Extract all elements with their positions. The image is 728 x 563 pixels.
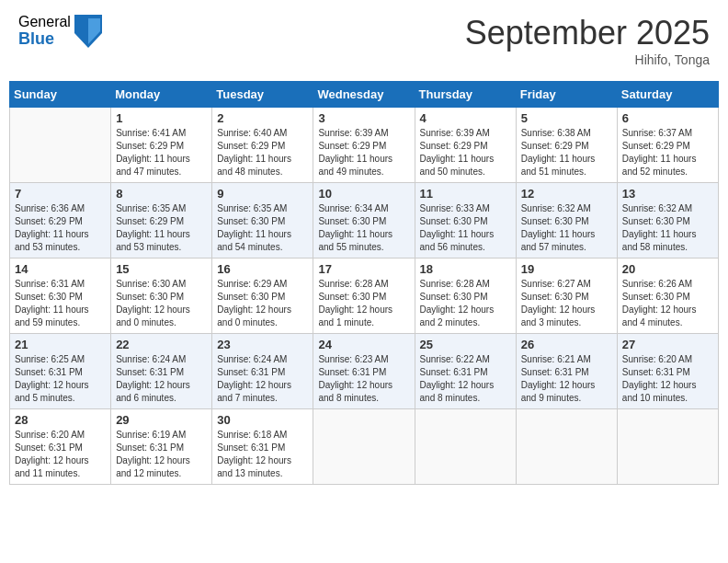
- day-info: Sunrise: 6:28 AM Sunset: 6:30 PM Dayligh…: [318, 278, 409, 329]
- calendar-cell: 18Sunrise: 6:28 AM Sunset: 6:30 PM Dayli…: [415, 259, 516, 334]
- day-info: Sunrise: 6:35 AM Sunset: 6:29 PM Dayligh…: [116, 202, 207, 254]
- day-number: 8: [116, 187, 207, 201]
- day-info: Sunrise: 6:20 AM Sunset: 6:31 PM Dayligh…: [15, 429, 106, 480]
- day-number: 11: [420, 187, 511, 201]
- logo-icon: [74, 15, 102, 48]
- calendar-cell: 9Sunrise: 6:35 AM Sunset: 6:30 PM Daylig…: [212, 183, 313, 259]
- calendar-cell: 25Sunrise: 6:22 AM Sunset: 6:31 PM Dayli…: [415, 334, 516, 409]
- day-info: Sunrise: 6:20 AM Sunset: 6:31 PM Dayligh…: [622, 353, 713, 405]
- calendar-cell: 24Sunrise: 6:23 AM Sunset: 6:31 PM Dayli…: [313, 334, 415, 409]
- calendar-table: SundayMondayTuesdayWednesdayThursdayFrid…: [9, 81, 719, 485]
- day-number: 9: [217, 187, 308, 201]
- calendar-cell: 22Sunrise: 6:24 AM Sunset: 6:31 PM Dayli…: [111, 334, 212, 409]
- day-number: 18: [420, 262, 511, 276]
- calendar-cell: 7Sunrise: 6:36 AM Sunset: 6:29 PM Daylig…: [10, 183, 111, 259]
- header-friday: Friday: [516, 82, 617, 108]
- calendar-cell: 13Sunrise: 6:32 AM Sunset: 6:30 PM Dayli…: [617, 183, 718, 259]
- day-info: Sunrise: 6:22 AM Sunset: 6:31 PM Dayligh…: [420, 353, 511, 405]
- day-info: Sunrise: 6:36 AM Sunset: 6:29 PM Dayligh…: [15, 202, 106, 254]
- calendar-cell: 12Sunrise: 6:32 AM Sunset: 6:30 PM Dayli…: [516, 183, 617, 259]
- day-info: Sunrise: 6:23 AM Sunset: 6:31 PM Dayligh…: [318, 353, 409, 405]
- day-number: 24: [318, 338, 409, 351]
- header-monday: Monday: [111, 82, 212, 108]
- day-number: 28: [15, 413, 106, 427]
- day-number: 19: [521, 262, 612, 276]
- day-info: Sunrise: 6:34 AM Sunset: 6:30 PM Dayligh…: [318, 202, 409, 254]
- day-number: 17: [318, 262, 409, 276]
- day-info: Sunrise: 6:39 AM Sunset: 6:29 PM Dayligh…: [318, 127, 409, 178]
- day-number: 30: [217, 413, 308, 427]
- day-info: Sunrise: 6:33 AM Sunset: 6:30 PM Dayligh…: [420, 202, 511, 254]
- logo: General Blue: [18, 14, 102, 48]
- calendar-cell: 14Sunrise: 6:31 AM Sunset: 6:30 PM Dayli…: [10, 259, 111, 334]
- calendar-cell: 23Sunrise: 6:24 AM Sunset: 6:31 PM Dayli…: [212, 334, 313, 409]
- header-sunday: Sunday: [10, 82, 111, 108]
- day-info: Sunrise: 6:39 AM Sunset: 6:29 PM Dayligh…: [420, 127, 511, 178]
- calendar-cell: 27Sunrise: 6:20 AM Sunset: 6:31 PM Dayli…: [617, 334, 718, 409]
- day-info: Sunrise: 6:38 AM Sunset: 6:29 PM Dayligh…: [521, 127, 612, 178]
- calendar-week-2: 14Sunrise: 6:31 AM Sunset: 6:30 PM Dayli…: [10, 259, 719, 334]
- calendar-cell: 11Sunrise: 6:33 AM Sunset: 6:30 PM Dayli…: [415, 183, 516, 259]
- title-block: September 2025 Hihifo, Tonga: [465, 14, 710, 67]
- calendar-cell: 5Sunrise: 6:38 AM Sunset: 6:29 PM Daylig…: [516, 108, 617, 183]
- day-info: Sunrise: 6:40 AM Sunset: 6:29 PM Dayligh…: [217, 127, 308, 178]
- day-number: 2: [217, 111, 308, 125]
- day-info: Sunrise: 6:19 AM Sunset: 6:31 PM Dayligh…: [116, 429, 207, 480]
- day-info: Sunrise: 6:29 AM Sunset: 6:30 PM Dayligh…: [217, 278, 308, 329]
- logo-blue: Blue: [18, 30, 71, 49]
- calendar-cell: 17Sunrise: 6:28 AM Sunset: 6:30 PM Dayli…: [313, 259, 415, 334]
- header-saturday: Saturday: [617, 82, 718, 108]
- day-info: Sunrise: 6:30 AM Sunset: 6:30 PM Dayligh…: [116, 278, 207, 329]
- calendar-header-row: SundayMondayTuesdayWednesdayThursdayFrid…: [10, 82, 719, 108]
- header-wednesday: Wednesday: [313, 82, 415, 108]
- day-info: Sunrise: 6:41 AM Sunset: 6:29 PM Dayligh…: [116, 127, 207, 178]
- calendar-cell: [313, 409, 415, 485]
- day-number: 12: [521, 187, 612, 201]
- day-info: Sunrise: 6:24 AM Sunset: 6:31 PM Dayligh…: [116, 353, 207, 405]
- day-number: 7: [15, 187, 106, 201]
- page-header: General Blue September 2025 Hihifo, Tong…: [9, 9, 719, 72]
- calendar-cell: 15Sunrise: 6:30 AM Sunset: 6:30 PM Dayli…: [111, 259, 212, 334]
- header-thursday: Thursday: [415, 82, 516, 108]
- logo-general: General: [18, 14, 71, 30]
- day-info: Sunrise: 6:35 AM Sunset: 6:30 PM Dayligh…: [217, 202, 308, 254]
- day-number: 16: [217, 262, 308, 276]
- header-tuesday: Tuesday: [212, 82, 313, 108]
- calendar-cell: 6Sunrise: 6:37 AM Sunset: 6:29 PM Daylig…: [617, 108, 718, 183]
- day-number: 22: [116, 338, 207, 351]
- day-number: 10: [318, 187, 409, 201]
- day-number: 26: [521, 338, 612, 351]
- day-number: 4: [420, 111, 511, 125]
- day-number: 23: [217, 338, 308, 351]
- calendar-cell: 1Sunrise: 6:41 AM Sunset: 6:29 PM Daylig…: [111, 108, 212, 183]
- calendar-cell: 19Sunrise: 6:27 AM Sunset: 6:30 PM Dayli…: [516, 259, 617, 334]
- calendar-cell: 10Sunrise: 6:34 AM Sunset: 6:30 PM Dayli…: [313, 183, 415, 259]
- calendar-cell: 26Sunrise: 6:21 AM Sunset: 6:31 PM Dayli…: [516, 334, 617, 409]
- calendar-cell: [617, 409, 718, 485]
- day-info: Sunrise: 6:27 AM Sunset: 6:30 PM Dayligh…: [521, 278, 612, 329]
- location: Hihifo, Tonga: [465, 52, 710, 67]
- day-info: Sunrise: 6:18 AM Sunset: 6:31 PM Dayligh…: [217, 429, 308, 480]
- calendar-cell: 3Sunrise: 6:39 AM Sunset: 6:29 PM Daylig…: [313, 108, 415, 183]
- calendar-cell: 4Sunrise: 6:39 AM Sunset: 6:29 PM Daylig…: [415, 108, 516, 183]
- calendar-cell: [516, 409, 617, 485]
- day-info: Sunrise: 6:24 AM Sunset: 6:31 PM Dayligh…: [217, 353, 308, 405]
- month-title: September 2025: [465, 14, 710, 52]
- day-info: Sunrise: 6:31 AM Sunset: 6:30 PM Dayligh…: [15, 278, 106, 329]
- day-number: 5: [521, 111, 612, 125]
- day-info: Sunrise: 6:21 AM Sunset: 6:31 PM Dayligh…: [521, 353, 612, 405]
- calendar-cell: [415, 409, 516, 485]
- day-number: 20: [622, 262, 713, 276]
- day-info: Sunrise: 6:26 AM Sunset: 6:30 PM Dayligh…: [622, 278, 713, 329]
- day-number: 13: [622, 187, 713, 201]
- day-number: 14: [15, 262, 106, 276]
- calendar-cell: 8Sunrise: 6:35 AM Sunset: 6:29 PM Daylig…: [111, 183, 212, 259]
- day-info: Sunrise: 6:32 AM Sunset: 6:30 PM Dayligh…: [521, 202, 612, 254]
- calendar-cell: 2Sunrise: 6:40 AM Sunset: 6:29 PM Daylig…: [212, 108, 313, 183]
- day-number: 6: [622, 111, 713, 125]
- calendar-week-1: 7Sunrise: 6:36 AM Sunset: 6:29 PM Daylig…: [10, 183, 719, 259]
- calendar-week-0: 1Sunrise: 6:41 AM Sunset: 6:29 PM Daylig…: [10, 108, 719, 183]
- day-number: 15: [116, 262, 207, 276]
- day-info: Sunrise: 6:37 AM Sunset: 6:29 PM Dayligh…: [622, 127, 713, 178]
- calendar-cell: [10, 108, 111, 183]
